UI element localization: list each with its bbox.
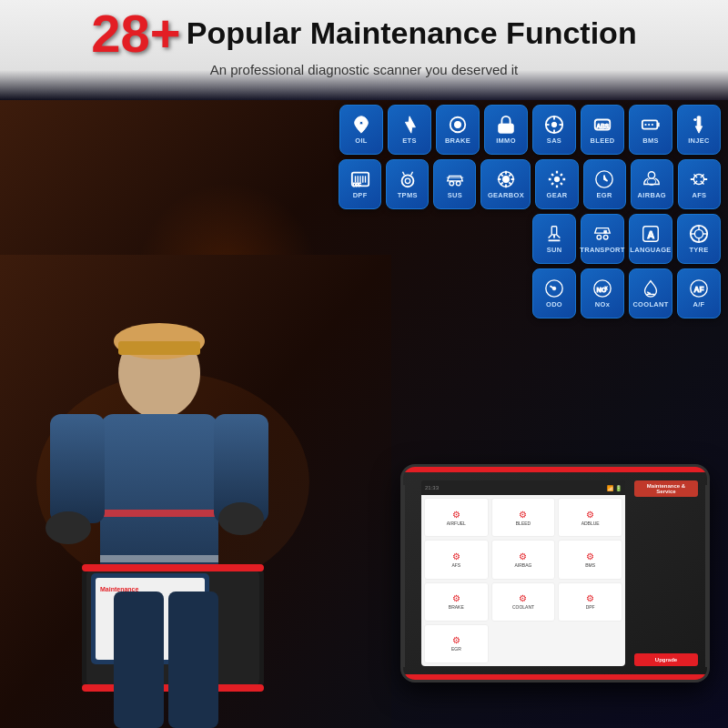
- feature-bleed: ABS BLEED: [581, 105, 624, 155]
- title-row: 28+ Popular Maintenance Function: [91, 7, 636, 60]
- svg-point-48: [450, 181, 454, 186]
- features-grid: OIL ETS BRAKE IMMO SAS ABS BLEED BMS INJ: [339, 105, 721, 323]
- svg-point-50: [502, 176, 509, 182]
- language-icon: A: [641, 224, 661, 244]
- coolant-icon: [641, 278, 661, 298]
- feature-tyre: TYRE: [677, 214, 721, 264]
- dpf-icon: DPF: [350, 169, 370, 189]
- svg-text:ABS: ABS: [597, 123, 610, 129]
- screen-tile-coolant[interactable]: ⚙ COOLANT: [491, 582, 556, 622]
- feature-oil: OIL: [339, 105, 383, 155]
- svg-point-49: [456, 181, 460, 186]
- feature-nox: NOx NOx: [581, 268, 624, 318]
- tyre-icon: [689, 224, 709, 244]
- svg-text:DPF: DPF: [352, 183, 360, 187]
- device-right-grip: [705, 485, 710, 667]
- feature-bms: BMS: [629, 105, 672, 155]
- feature-gear: GEAR: [535, 159, 578, 209]
- feature-af: AF A/F: [677, 268, 721, 318]
- feature-ets: ETS: [388, 105, 431, 155]
- mechanic-figure: Maintenance: [0, 255, 391, 728]
- svg-point-10: [46, 511, 91, 544]
- ets-icon: [399, 115, 420, 135]
- upgrade-button[interactable]: Upgrade: [634, 653, 698, 666]
- screen-tile-egr[interactable]: ⚙ EGR: [424, 624, 489, 663]
- sus-icon: [445, 169, 465, 189]
- svg-point-53: [649, 172, 655, 178]
- feature-language: A LANGUAGE: [629, 214, 672, 264]
- screen-tile-bleed[interactable]: ⚙ BLEED: [491, 498, 556, 537]
- nox-icon: NOx: [592, 278, 612, 298]
- svg-point-68: [552, 287, 556, 290]
- svg-rect-23: [499, 124, 514, 133]
- gearbox-icon: [496, 169, 516, 189]
- svg-point-58: [603, 235, 608, 239]
- screen-tile-airfuel[interactable]: ⚙ AIRFUEL: [424, 498, 489, 537]
- page-header: 28+ Popular Maintenance Function An prof…: [9, 7, 719, 77]
- feature-gearbox: GEARBOX: [480, 159, 531, 209]
- svg-rect-33: [657, 123, 659, 126]
- screen-tile-brake[interactable]: ⚙ BRAKE: [424, 582, 489, 622]
- sas-icon: [544, 115, 564, 135]
- svg-point-25: [551, 122, 557, 127]
- feature-injec: INJEC: [677, 105, 721, 155]
- feature-sas: SAS: [532, 105, 576, 155]
- injec-icon: [689, 115, 709, 135]
- subtitle: An professional diagnostic scanner you d…: [210, 62, 519, 77]
- feature-sus: SUS: [433, 159, 476, 209]
- feature-coolant: COOLANT: [629, 268, 672, 318]
- icon-row-2: DPF DPF TPMS SUS GEARBOX GEAR EGR AIRBAG: [339, 159, 721, 209]
- feature-odo: ODO: [532, 268, 576, 318]
- svg-point-22: [454, 121, 460, 127]
- screen-tile-airbag[interactable]: ⚙ AIRBAG: [491, 540, 556, 579]
- icon-row-1: OIL ETS BRAKE IMMO SAS ABS BLEED BMS INJ: [339, 105, 721, 155]
- immo-icon: [496, 115, 516, 135]
- icon-row-3: SUN TRANSPORT A LANGUAGE TYRE: [339, 214, 721, 264]
- brake-icon: [448, 115, 468, 135]
- svg-rect-19: [114, 592, 164, 728]
- tpms-icon: [398, 169, 418, 189]
- feature-afs: AFS: [678, 159, 721, 209]
- screen-tile-afs[interactable]: ⚙ AFS: [424, 540, 489, 579]
- svg-text:AF: AF: [694, 286, 704, 294]
- sun-icon: [544, 224, 564, 244]
- svg-point-11: [218, 502, 264, 535]
- screen-tile-dpf[interactable]: ⚙ DPF: [558, 582, 622, 622]
- oil-icon: [351, 115, 371, 135]
- svg-point-57: [597, 235, 602, 239]
- svg-rect-6: [100, 510, 218, 517]
- feature-tpms: TPMS: [386, 159, 429, 209]
- device-top-strip: [403, 467, 707, 472]
- right-panel-title: Maintenance & Service: [634, 480, 698, 497]
- feature-dpf: DPF DPF: [339, 159, 381, 209]
- odo-icon: [544, 278, 564, 298]
- feature-sun: SUN: [532, 214, 576, 264]
- bms-icon: [641, 115, 661, 135]
- feature-count: 28+: [91, 7, 180, 60]
- svg-rect-17: [82, 564, 264, 571]
- gear-icon: [547, 169, 567, 189]
- transport-icon: [592, 224, 612, 244]
- svg-point-46: [401, 175, 413, 187]
- svg-rect-7: [100, 555, 218, 562]
- main-title: Popular Maintenance Function: [187, 16, 637, 50]
- feature-egr: EGR: [583, 159, 626, 209]
- svg-point-47: [405, 178, 410, 184]
- svg-rect-4: [118, 341, 200, 355]
- bleed-icon: ABS: [592, 115, 612, 135]
- device-body: 21:33 📶 🔋 ⚙ AIRFUEL ⚙ BLEED ⚙ ADBLUE ⚙: [400, 464, 710, 682]
- egr-icon: [594, 169, 614, 189]
- device-image: 21:33 📶 🔋 ⚙ AIRFUEL ⚙ BLEED ⚙ ADBLUE ⚙: [400, 464, 710, 701]
- svg-text:Maintenance: Maintenance: [100, 586, 139, 592]
- svg-text:x: x: [605, 285, 608, 290]
- screen-status-bar: 21:33 📶 🔋: [421, 480, 625, 495]
- device-right-panel: Maintenance & Service Upgrade: [634, 480, 698, 666]
- screen-tile-bms[interactable]: ⚙ BMS: [558, 540, 622, 579]
- airbag-icon: [642, 169, 662, 189]
- feature-immo: IMMO: [484, 105, 528, 155]
- feature-brake: BRAKE: [436, 105, 480, 155]
- screen-tile-adblue[interactable]: ⚙ ADBLUE: [558, 498, 622, 537]
- afs-icon: [689, 169, 709, 189]
- svg-text:A: A: [647, 229, 654, 240]
- screen-content: ⚙ AIRFUEL ⚙ BLEED ⚙ ADBLUE ⚙ AFS ⚙ AIR: [421, 495, 625, 666]
